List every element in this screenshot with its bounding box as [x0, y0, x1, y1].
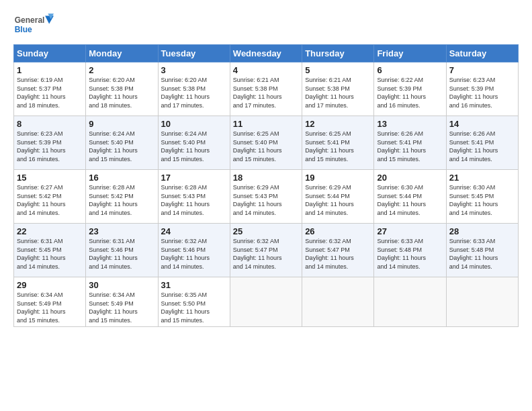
calendar-cell: 21Sunrise: 6:30 AM Sunset: 5:45 PM Dayli… [446, 170, 518, 224]
day-number: 31 [161, 280, 227, 290]
calendar-cell: 29Sunrise: 6:34 AM Sunset: 5:49 PM Dayli… [14, 277, 86, 327]
cell-info: Sunrise: 6:25 AM Sunset: 5:41 PM Dayligh… [305, 130, 371, 163]
header: General Blue [13, 11, 519, 38]
day-number: 16 [89, 173, 154, 183]
calendar-week-3: 15Sunrise: 6:27 AM Sunset: 5:42 PM Dayli… [14, 170, 519, 224]
day-number: 25 [233, 226, 299, 236]
cell-info: Sunrise: 6:28 AM Sunset: 5:42 PM Dayligh… [89, 183, 154, 217]
calendar-cell: 8Sunrise: 6:23 AM Sunset: 5:39 PM Daylig… [14, 116, 86, 170]
weekday-header-friday: Friday [374, 45, 446, 62]
calendar-cell: 5Sunrise: 6:21 AM Sunset: 5:38 PM Daylig… [302, 62, 374, 116]
day-number: 13 [377, 119, 443, 129]
weekday-header-tuesday: Tuesday [158, 45, 230, 62]
weekday-header-wednesday: Wednesday [230, 45, 302, 62]
calendar-cell: 20Sunrise: 6:30 AM Sunset: 5:44 PM Dayli… [374, 170, 446, 224]
calendar-cell: 6Sunrise: 6:22 AM Sunset: 5:39 PM Daylig… [374, 62, 446, 116]
cell-info: Sunrise: 6:24 AM Sunset: 5:40 PM Dayligh… [89, 130, 154, 163]
cell-info: Sunrise: 6:20 AM Sunset: 5:38 PM Dayligh… [89, 76, 154, 109]
day-number: 20 [377, 173, 443, 183]
calendar-cell: 13Sunrise: 6:26 AM Sunset: 5:41 PM Dayli… [374, 116, 446, 170]
weekday-header-monday: Monday [86, 45, 158, 62]
day-number: 1 [17, 65, 83, 75]
calendar-cell: 3Sunrise: 6:20 AM Sunset: 5:38 PM Daylig… [158, 62, 230, 116]
calendar-cell: 24Sunrise: 6:32 AM Sunset: 5:46 PM Dayli… [158, 224, 230, 277]
calendar-cell: 12Sunrise: 6:25 AM Sunset: 5:41 PM Dayli… [302, 116, 374, 170]
cell-info: Sunrise: 6:30 AM Sunset: 5:44 PM Dayligh… [377, 183, 443, 217]
cell-info: Sunrise: 6:23 AM Sunset: 5:39 PM Dayligh… [449, 76, 515, 109]
cell-info: Sunrise: 6:31 AM Sunset: 5:46 PM Dayligh… [89, 237, 154, 271]
calendar-cell: 11Sunrise: 6:25 AM Sunset: 5:40 PM Dayli… [230, 116, 302, 170]
logo: General Blue [13, 11, 54, 38]
calendar-cell: 31Sunrise: 6:35 AM Sunset: 5:50 PM Dayli… [158, 277, 230, 327]
cell-info: Sunrise: 6:22 AM Sunset: 5:39 PM Dayligh… [377, 76, 443, 109]
day-number: 15 [17, 173, 83, 183]
day-number: 29 [17, 280, 83, 290]
calendar-week-5: 29Sunrise: 6:34 AM Sunset: 5:49 PM Dayli… [14, 277, 519, 327]
day-number: 23 [89, 226, 154, 236]
cell-info: Sunrise: 6:32 AM Sunset: 5:46 PM Dayligh… [161, 237, 227, 271]
cell-info: Sunrise: 6:25 AM Sunset: 5:40 PM Dayligh… [233, 130, 299, 163]
calendar-cell: 30Sunrise: 6:34 AM Sunset: 5:49 PM Dayli… [86, 277, 158, 327]
day-number: 17 [161, 173, 227, 183]
cell-info: Sunrise: 6:23 AM Sunset: 5:39 PM Dayligh… [17, 130, 83, 163]
cell-info: Sunrise: 6:26 AM Sunset: 5:41 PM Dayligh… [377, 130, 443, 163]
svg-marker-2 [45, 16, 54, 24]
day-number: 5 [305, 65, 371, 75]
cell-info: Sunrise: 6:19 AM Sunset: 5:37 PM Dayligh… [17, 76, 83, 109]
day-number: 24 [161, 226, 227, 236]
day-number: 12 [305, 119, 371, 129]
day-number: 10 [161, 119, 227, 129]
calendar-cell: 28Sunrise: 6:33 AM Sunset: 5:48 PM Dayli… [446, 224, 518, 277]
day-number: 2 [89, 65, 154, 75]
day-number: 11 [233, 119, 299, 129]
weekday-header-thursday: Thursday [302, 45, 374, 62]
cell-info: Sunrise: 6:29 AM Sunset: 5:43 PM Dayligh… [233, 183, 299, 217]
day-number: 26 [305, 226, 371, 236]
day-number: 28 [449, 226, 515, 236]
day-number: 8 [17, 119, 83, 129]
calendar-cell [302, 277, 374, 327]
day-number: 18 [233, 173, 299, 183]
svg-text:General: General [15, 15, 45, 25]
calendar-cell: 1Sunrise: 6:19 AM Sunset: 5:37 PM Daylig… [14, 62, 86, 116]
cell-info: Sunrise: 6:33 AM Sunset: 5:48 PM Dayligh… [377, 237, 443, 271]
cell-info: Sunrise: 6:20 AM Sunset: 5:38 PM Dayligh… [161, 76, 227, 109]
day-number: 27 [377, 226, 443, 236]
cell-info: Sunrise: 6:24 AM Sunset: 5:40 PM Dayligh… [161, 130, 227, 163]
calendar-week-4: 22Sunrise: 6:31 AM Sunset: 5:45 PM Dayli… [14, 224, 519, 277]
calendar-cell: 18Sunrise: 6:29 AM Sunset: 5:43 PM Dayli… [230, 170, 302, 224]
weekday-header-saturday: Saturday [446, 45, 518, 62]
cell-info: Sunrise: 6:21 AM Sunset: 5:38 PM Dayligh… [233, 76, 299, 109]
calendar-cell: 17Sunrise: 6:28 AM Sunset: 5:43 PM Dayli… [158, 170, 230, 224]
svg-text:Blue: Blue [15, 25, 32, 34]
calendar-week-2: 8Sunrise: 6:23 AM Sunset: 5:39 PM Daylig… [14, 116, 519, 170]
logo-svg: General Blue [13, 11, 54, 38]
day-number: 6 [377, 65, 443, 75]
cell-info: Sunrise: 6:31 AM Sunset: 5:45 PM Dayligh… [17, 237, 83, 271]
day-number: 14 [449, 119, 515, 129]
day-number: 30 [89, 280, 154, 290]
day-number: 22 [17, 226, 83, 236]
calendar-cell: 16Sunrise: 6:28 AM Sunset: 5:42 PM Dayli… [86, 170, 158, 224]
day-number: 9 [89, 119, 154, 129]
day-number: 19 [305, 173, 371, 183]
calendar-week-1: 1Sunrise: 6:19 AM Sunset: 5:37 PM Daylig… [14, 62, 519, 116]
page: General Blue SundayMondayTuesdayWednesda… [0, 0, 532, 411]
calendar-cell [446, 277, 518, 327]
day-number: 3 [161, 65, 227, 75]
weekday-header-sunday: Sunday [14, 45, 86, 62]
cell-info: Sunrise: 6:35 AM Sunset: 5:50 PM Dayligh… [161, 291, 227, 324]
calendar-cell [230, 277, 302, 327]
day-number: 4 [233, 65, 299, 75]
calendar-header-row: SundayMondayTuesdayWednesdayThursdayFrid… [14, 45, 519, 62]
cell-info: Sunrise: 6:21 AM Sunset: 5:38 PM Dayligh… [305, 76, 371, 109]
calendar-cell: 14Sunrise: 6:26 AM Sunset: 5:41 PM Dayli… [446, 116, 518, 170]
calendar-cell: 25Sunrise: 6:32 AM Sunset: 5:47 PM Dayli… [230, 224, 302, 277]
cell-info: Sunrise: 6:34 AM Sunset: 5:49 PM Dayligh… [17, 291, 83, 324]
cell-info: Sunrise: 6:33 AM Sunset: 5:48 PM Dayligh… [449, 237, 515, 271]
cell-info: Sunrise: 6:29 AM Sunset: 5:44 PM Dayligh… [305, 183, 371, 217]
cell-info: Sunrise: 6:28 AM Sunset: 5:43 PM Dayligh… [161, 183, 227, 217]
calendar-cell [374, 277, 446, 327]
cell-info: Sunrise: 6:34 AM Sunset: 5:49 PM Dayligh… [89, 291, 154, 324]
calendar-cell: 2Sunrise: 6:20 AM Sunset: 5:38 PM Daylig… [86, 62, 158, 116]
